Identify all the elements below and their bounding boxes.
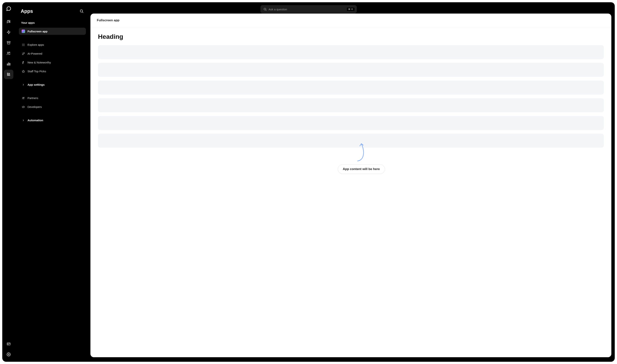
sidebar-item-staff-top-picks[interactable]: Staff Top Picks bbox=[19, 68, 86, 75]
svg-point-24 bbox=[22, 44, 23, 45]
svg-rect-7 bbox=[7, 64, 8, 65]
sidebar-item-fullscreen-app[interactable]: Fullscreen app bbox=[19, 28, 86, 35]
svg-point-23 bbox=[24, 44, 24, 44]
product-logo-icon bbox=[5, 5, 13, 13]
sidebar-item-app-settings[interactable]: App settings bbox=[19, 81, 86, 88]
rail-bolt[interactable] bbox=[4, 27, 13, 37]
skeleton-block bbox=[98, 45, 604, 59]
code-icon bbox=[22, 105, 25, 108]
svg-marker-2 bbox=[7, 30, 10, 34]
sidebar-item-label: Staff Top Picks bbox=[27, 70, 46, 73]
global-search-input[interactable] bbox=[269, 8, 345, 11]
skeleton-block bbox=[98, 116, 604, 130]
people-icon bbox=[22, 97, 25, 100]
rail-billing[interactable] bbox=[4, 339, 13, 349]
main-header: Fullscreen app bbox=[91, 13, 611, 27]
svg-line-20 bbox=[82, 12, 83, 13]
svg-point-29 bbox=[24, 45, 24, 46]
rocket-icon bbox=[22, 61, 25, 64]
chevron-right-icon bbox=[22, 119, 25, 122]
svg-rect-11 bbox=[9, 75, 10, 76]
nav-rail bbox=[2, 2, 15, 362]
search-icon bbox=[263, 8, 267, 11]
rail-chat[interactable] bbox=[4, 17, 13, 26]
sidebar-item-explore-apps[interactable]: Explore apps bbox=[19, 41, 86, 48]
sidebar-item-partners[interactable]: Partners bbox=[19, 94, 86, 102]
svg-rect-9 bbox=[10, 63, 10, 65]
star-icon bbox=[22, 70, 25, 73]
svg-point-21 bbox=[22, 44, 23, 44]
svg-line-1 bbox=[266, 10, 266, 10]
sidebar-item-ai-powered[interactable]: AI-Powered bbox=[19, 50, 86, 57]
sidebar-item-label: New & Noteworthy bbox=[27, 61, 51, 64]
sidebar-item-developers[interactable]: Developers bbox=[19, 103, 86, 110]
grid-icon bbox=[22, 43, 25, 46]
arrow-icon bbox=[356, 142, 367, 163]
sidebar-header: Apps bbox=[19, 6, 86, 18]
skeleton-block bbox=[98, 98, 604, 112]
annotation: App content will be here bbox=[338, 142, 385, 174]
your-apps-label: Your apps bbox=[19, 20, 86, 26]
svg-point-33 bbox=[24, 97, 24, 98]
svg-rect-10 bbox=[7, 75, 9, 76]
main-panel: Fullscreen app Heading App content will … bbox=[91, 13, 611, 357]
svg-point-32 bbox=[23, 97, 23, 98]
sidebar-item-automation[interactable]: Automation bbox=[19, 117, 86, 124]
rail-archive[interactable] bbox=[4, 38, 13, 47]
svg-marker-31 bbox=[22, 70, 25, 73]
svg-point-25 bbox=[23, 44, 24, 45]
main-body: Heading App content will be here bbox=[91, 27, 611, 157]
sidebar-item-label: Developers bbox=[27, 105, 42, 108]
skeleton-block bbox=[98, 81, 604, 94]
svg-point-18 bbox=[8, 354, 9, 355]
search-shortcut-badge: ⌘ K bbox=[346, 7, 355, 11]
svg-point-26 bbox=[24, 44, 24, 45]
svg-rect-3 bbox=[7, 41, 10, 42]
rail-settings[interactable] bbox=[4, 350, 13, 359]
rail-people[interactable] bbox=[4, 49, 13, 58]
svg-point-22 bbox=[23, 44, 24, 44]
sidebar-item-label: AI-Powered bbox=[27, 52, 42, 55]
sidebar: Apps Your apps Fullscreen app Explore ap… bbox=[15, 2, 91, 362]
svg-point-28 bbox=[23, 45, 24, 46]
rail-apps[interactable] bbox=[4, 70, 13, 79]
svg-point-27 bbox=[22, 45, 23, 46]
rail-analytics[interactable] bbox=[4, 59, 13, 68]
app-frame: ⌘ K bbox=[2, 2, 615, 362]
app-thumbnail-icon bbox=[22, 30, 25, 33]
sidebar-item-label: Explore apps bbox=[27, 43, 44, 46]
svg-point-6 bbox=[9, 52, 10, 53]
svg-point-5 bbox=[7, 52, 9, 53]
svg-rect-12 bbox=[7, 73, 9, 74]
sidebar-item-label: Automation bbox=[27, 119, 43, 122]
global-search[interactable]: ⌘ K bbox=[261, 5, 357, 13]
svg-rect-15 bbox=[7, 343, 10, 345]
page-heading: Heading bbox=[98, 33, 604, 40]
sidebar-item-label: App settings bbox=[27, 83, 45, 86]
breadcrumb: Fullscreen app bbox=[97, 18, 605, 22]
svg-rect-8 bbox=[8, 63, 9, 65]
sidebar-item-new-noteworthy[interactable]: New & Noteworthy bbox=[19, 59, 86, 66]
wand-icon bbox=[22, 52, 25, 55]
sidebar-item-label: Partners bbox=[27, 96, 38, 100]
svg-point-30 bbox=[23, 62, 24, 62]
sidebar-search-button[interactable] bbox=[78, 8, 85, 14]
sidebar-item-label: Fullscreen app bbox=[27, 30, 48, 33]
sidebar-title: Apps bbox=[21, 8, 33, 14]
chevron-right-icon bbox=[22, 83, 25, 86]
skeleton-block bbox=[98, 63, 604, 77]
annotation-bubble: App content will be here bbox=[338, 164, 385, 174]
svg-line-34 bbox=[23, 106, 24, 108]
